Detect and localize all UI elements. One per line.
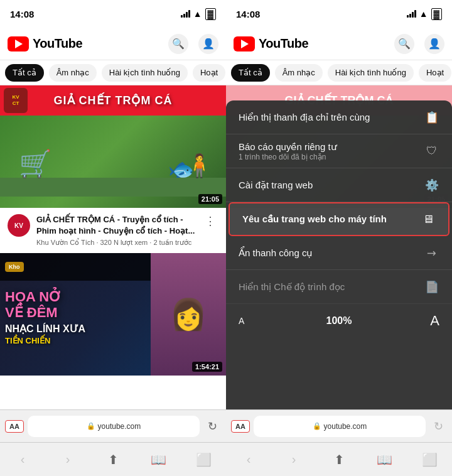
banner-text-left: GIẢ CHẾT TRỘM CÁ: [54, 94, 173, 107]
thumb2-content: Kho HOA NỞVỀ ĐÊM NHẠC LÍNH XƯA TIỀN CHIẾ…: [0, 253, 226, 376]
nav-forward-right[interactable]: ›: [280, 446, 308, 473]
aa-button-left[interactable]: AA: [5, 420, 24, 433]
battery-icon: ▓: [205, 8, 216, 20]
cart-figure: 🛒: [19, 148, 51, 179]
thumb1-banner: KVCT GIẢ CHẾT TRỘM CÁ: [0, 85, 226, 116]
nav-bookmarks-left[interactable]: 📖: [144, 446, 172, 473]
menu-item-2-subtext: 1 trình theo dõi đã bị chặn: [239, 153, 414, 161]
menu-item-4-text: Yêu cầu trang web cho máy tính: [242, 214, 411, 225]
girl-photo: 👩: [151, 253, 226, 376]
zoom-large-a[interactable]: A: [421, 313, 439, 329]
video1-info-left: KV GIẢ CHẾT TRỘM CÁ - Truyện cổ tích - P…: [0, 208, 226, 253]
video1-duration-left: 21:05: [198, 194, 222, 204]
nav-bookmarks-right[interactable]: 📖: [370, 446, 398, 473]
kho-logo: Kho: [5, 262, 24, 272]
channel-logo-banner: KVCT: [4, 88, 28, 113]
signal-icon-right: [407, 10, 416, 18]
status-icons-left: ▲ ▓: [181, 8, 216, 20]
youtube-logo-right: YouTube: [234, 36, 394, 51]
menu-item-5-icon: ↗: [422, 242, 443, 263]
aa-button-right[interactable]: AA: [231, 420, 250, 433]
browser-bar-left: AA 🔒 youtube.com ↻: [0, 409, 226, 442]
nav-back-left[interactable]: ‹: [9, 446, 36, 473]
context-menu: Hiển thị thanh địa chỉ trên cùng 📋 Báo c…: [226, 100, 452, 409]
nav-share-right[interactable]: ⬆: [325, 446, 353, 473]
youtube-logo-icon-right: [234, 36, 255, 51]
search-button-right[interactable]: 🔍: [394, 34, 414, 54]
chip-all-left[interactable]: Tất cả: [5, 64, 44, 82]
header-icons-left: 🔍 👤: [168, 34, 218, 54]
person-figure: 🧍: [185, 153, 213, 179]
url-bar-left[interactable]: 🔒 youtube.com: [28, 416, 200, 437]
nav-share-left[interactable]: ⬆: [99, 446, 127, 473]
chip-music-left[interactable]: Âm nhạc: [49, 64, 97, 82]
signal-icon: [181, 10, 190, 18]
menu-item-address-bar[interactable]: Hiển thị thanh địa chỉ trên cùng 📋: [226, 100, 452, 134]
video2-thumbnail-left[interactable]: Kho HOA NỞVỀ ĐÊM NHẠC LÍNH XƯA TIỀN CHIẾ…: [0, 253, 226, 376]
menu-item-settings[interactable]: Cài đặt trang web ⚙️: [226, 168, 452, 202]
menu-item-2-text: Báo cáo quyền riêng tư: [239, 141, 414, 153]
nav-tabs-right[interactable]: ⬜: [416, 446, 443, 473]
menu-item-1-text: Hiển thị thanh địa chỉ trên cùng: [239, 112, 414, 123]
content-area-left: KVCT GIẢ CHẾT TRỘM CÁ 🛒 🐟 🧍 21:05 KV GIẢ…: [0, 85, 226, 409]
lock-icon-left: 🔒: [87, 422, 95, 430]
browser-bar-right: AA 🔒 youtube.com ↻: [226, 409, 452, 442]
search-button-left[interactable]: 🔍: [168, 34, 188, 54]
menu-item-6-icon: 📄: [424, 280, 439, 294]
menu-item-4-icon: 🖥: [421, 213, 436, 226]
chip-all-right[interactable]: Tất cả: [231, 64, 270, 82]
refresh-button-right[interactable]: ↻: [429, 418, 447, 435]
nav-back-right[interactable]: ‹: [235, 446, 262, 473]
youtube-header-left: YouTube 🔍 👤: [0, 28, 226, 60]
left-phone-panel: 14:08 ▲ ▓ YouTube 🔍 👤 Tất cả Âm nh: [0, 0, 226, 476]
menu-item-hide-toolbar[interactable]: Ẩn thanh công cụ ↗: [226, 236, 452, 270]
video1-title-left: GIẢ CHẾT TRỘM CÁ - Truyện cổ tích - Phim…: [36, 214, 196, 237]
video1-thumbnail-left[interactable]: KVCT GIẢ CHẾT TRỘM CÁ 🛒 🐟 🧍 21:05: [0, 85, 226, 208]
nav-forward-left[interactable]: ›: [54, 446, 82, 473]
video1-text-left: GIẢ CHẾT TRỘM CÁ - Truyện cổ tích - Phim…: [36, 214, 196, 247]
video2-duration-left: 1:54:21: [192, 362, 222, 372]
menu-item-desktop-request[interactable]: Yêu cầu trang web cho máy tính 🖥: [229, 202, 449, 236]
bottom-nav-right: ‹ › ⬆ 📖 ⬜: [226, 442, 452, 476]
chip-music-right[interactable]: Âm nhạc: [275, 64, 323, 82]
menu-item-1-icon: 📋: [424, 111, 439, 124]
wifi-icon: ▲: [193, 9, 202, 19]
video1-meta-left: Khu Vườn Cổ Tích · 320 N lượt xem · 2 tu…: [36, 239, 196, 247]
menu-item-zoom: A 100% A: [226, 304, 452, 338]
chip-more-right[interactable]: Hoạt: [419, 64, 451, 82]
menu-item-3-text: Cài đặt trang web: [239, 180, 414, 191]
nav-tabs-left[interactable]: ⬜: [190, 446, 217, 473]
category-bar-right: Tất cả Âm nhạc Hài kịch tình huống Hoạt: [226, 60, 452, 85]
menu-item-reader-mode[interactable]: Hiển thị Chế độ trình đọc 📄: [226, 270, 452, 304]
thumb1-content: KVCT GIẢ CHẾT TRỘM CÁ 🛒 🐟 🧍: [0, 85, 226, 208]
youtube-logo-text-right: YouTube: [259, 36, 308, 51]
url-text-right: youtube.com: [324, 422, 367, 431]
wifi-icon-right: ▲: [419, 9, 428, 19]
zoom-small-a[interactable]: A: [239, 316, 257, 326]
menu-item-privacy[interactable]: Báo cáo quyền riêng tư 1 trình theo dõi …: [226, 134, 452, 168]
chip-comedy-left[interactable]: Hài kịch tình huống: [102, 64, 188, 82]
channel-avatar-v1-left: KV: [8, 214, 30, 237]
profile-button-left[interactable]: 👤: [198, 34, 218, 54]
menu-item-3-icon: ⚙️: [424, 178, 439, 192]
youtube-header-right: YouTube 🔍 👤: [226, 28, 452, 60]
url-text-left: youtube.com: [98, 422, 141, 431]
url-bar-right[interactable]: 🔒 youtube.com: [254, 416, 426, 437]
profile-button-right[interactable]: 👤: [424, 34, 444, 54]
youtube-logo-left: YouTube: [8, 36, 168, 51]
status-bar-right: 14:08 ▲ ▓: [226, 0, 452, 28]
youtube-logo-icon-left: [8, 36, 29, 51]
time-left: 14:08: [10, 9, 34, 19]
category-bar-left: Tất cả Âm nhạc Hài kịch tình huống Hoạt: [0, 60, 226, 85]
chip-more-left[interactable]: Hoạt: [193, 64, 225, 82]
lock-icon-right: 🔒: [313, 422, 321, 430]
youtube-logo-text-left: YouTube: [33, 36, 82, 51]
menu-item-6-text: Hiển thị Chế độ trình đọc: [239, 281, 414, 293]
menu-item-2-icon: 🛡: [424, 144, 439, 158]
time-right: 14:08: [236, 9, 260, 19]
chip-comedy-right[interactable]: Hài kịch tình huống: [328, 64, 414, 82]
video1-more-btn-left[interactable]: ⋮: [202, 214, 218, 228]
status-icons-right: ▲ ▓: [407, 8, 442, 20]
forest-scene: 🛒 🐟 🧍: [0, 121, 226, 197]
refresh-button-left[interactable]: ↻: [203, 418, 221, 435]
